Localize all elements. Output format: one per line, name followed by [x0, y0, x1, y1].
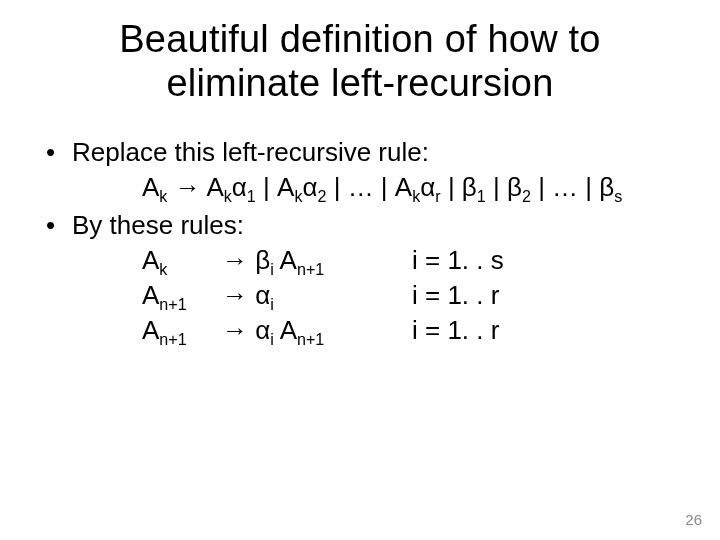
rule-lhs: An+1 — [142, 278, 222, 313]
page-number: 26 — [685, 511, 702, 528]
rule-cond: i = 1. . r — [412, 278, 499, 313]
rule-cond: i = 1. . s — [412, 243, 504, 278]
rule-lhs: Ak — [142, 243, 222, 278]
rule-rhs: → αi An+1 — [222, 313, 412, 348]
rule-rhs-expr: βi An+1 — [255, 245, 324, 275]
rule-row: Ak → βi An+1 i = 1. . s — [142, 243, 680, 278]
rule-rhs-expr: αi An+1 — [255, 315, 324, 345]
bullet-replace-text: Replace this left-recursive rule: — [72, 137, 429, 167]
rule-rhs-expr: αi — [255, 280, 274, 310]
rule-rhs: → βi An+1 — [222, 243, 412, 278]
slide-title: Beautiful definition of how to eliminate… — [40, 18, 680, 105]
rewrite-rules: Ak → βi An+1 i = 1. . s An+1 → αi — [72, 243, 680, 348]
rule-cond: i = 1. . r — [412, 313, 499, 348]
bullet-list: Replace this left-recursive rule: Ak → A… — [40, 135, 680, 348]
arrow-icon: → — [222, 245, 248, 275]
arrow-icon: → — [222, 280, 248, 310]
slide-body: Replace this left-recursive rule: Ak → A… — [40, 135, 680, 348]
rule-lhs: An+1 — [142, 313, 222, 348]
bullet-replace: Replace this left-recursive rule: Ak → A… — [40, 135, 680, 205]
original-rule: Ak → Akα1 | Akα2 | … | Akαr | β1 | β2 | … — [72, 170, 680, 205]
bullet-by-these-text: By these rules: — [72, 210, 244, 240]
rule-row: An+1 → αi i = 1. . r — [142, 278, 680, 313]
rule-rhs: → αi — [222, 278, 412, 313]
slide: Beautiful definition of how to eliminate… — [0, 0, 720, 540]
arrow-icon: → — [222, 315, 248, 345]
rule-row: An+1 → αi An+1 i = 1. . r — [142, 313, 680, 348]
bullet-by-these: By these rules: Ak → βi An+1 i = 1. . s … — [40, 208, 680, 348]
